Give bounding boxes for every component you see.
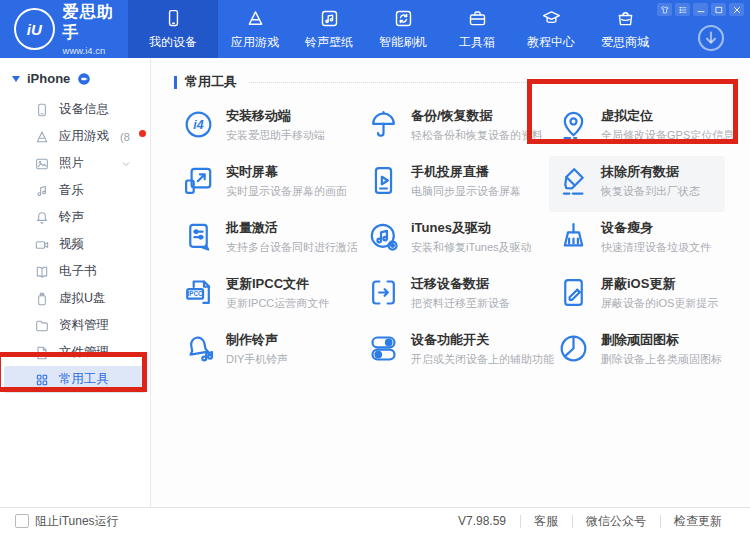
main-panel: 常用工具 i4安装移动端安装爱思助手移动端备份/恢复数据轻松备份和恢复设备的资料… — [151, 58, 750, 508]
tool-itunes-driver[interactable]: iTunes及驱动安装和修复iTunes及驱动 — [359, 212, 549, 268]
main-nav: 我的设备应用游戏铃声壁纸智能刷机工具箱教程中心爱思商城 — [128, 0, 662, 58]
tool-subtitle: 轻松备份和恢复设备的资料 — [411, 128, 543, 143]
maximize-button[interactable] — [711, 3, 726, 16]
status-link-customer-service[interactable]: 客服 — [520, 513, 572, 530]
sidebar-item-label: 资料管理 — [59, 317, 109, 334]
nav-item-smart-flash[interactable]: 智能刷机 — [366, 0, 440, 58]
theme-button[interactable] — [657, 3, 672, 16]
location-pin-icon — [557, 108, 590, 141]
sidebar-item-app-games[interactable]: 应用游戏(8 — [4, 123, 146, 150]
tool-virtual-location[interactable]: 虚拟定位全局修改设备GPS定位信息 — [549, 100, 725, 156]
tool-device-slim[interactable]: 设备瘦身快速清理设备垃圾文件 — [549, 212, 725, 268]
svg-text:i4: i4 — [193, 118, 203, 132]
tool-subtitle: 实时显示设备屏幕的画面 — [226, 184, 347, 199]
tool-title: 迁移设备数据 — [411, 275, 510, 292]
shop-bag-icon — [615, 8, 636, 29]
status-link-wechat-official[interactable]: 微信公众号 — [572, 513, 660, 530]
shirt-icon — [660, 5, 670, 15]
tool-install-mobile[interactable]: i4安装移动端安装爱思助手移动端 — [174, 100, 359, 156]
pie-circle-icon — [557, 332, 590, 365]
tool-live-screen[interactable]: 实时屏幕实时显示设备屏幕的画面 — [174, 156, 359, 212]
sidebar-device-header[interactable]: iPhone — [0, 58, 150, 92]
section-title: 常用工具 — [185, 73, 237, 91]
tool-remove-stubborn-icons[interactable]: 删除顽固图标删除设备上各类顽固图标 — [549, 324, 725, 380]
tool-backup-restore[interactable]: 备份/恢复数据轻松备份和恢复设备的资料 — [359, 100, 549, 156]
app-window: iU 爱思助手 www.i4.cn 我的设备应用游戏铃声壁纸智能刷机工具箱教程中… — [0, 0, 750, 534]
sidebar-item-label: 常用工具 — [59, 371, 109, 388]
checkbox-icon[interactable] — [15, 514, 29, 528]
tool-subtitle: 支持多台设备同时进行激活 — [226, 240, 358, 255]
app-a-icon — [34, 129, 50, 145]
sidebar-item-data-management[interactable]: 资料管理 — [4, 312, 146, 339]
nav-item-label: 应用游戏 — [231, 34, 279, 51]
block-update-icon — [557, 276, 590, 309]
top-header: iU 爱思助手 www.i4.cn 我的设备应用游戏铃声壁纸智能刷机工具箱教程中… — [0, 0, 750, 58]
close-button[interactable] — [729, 3, 744, 16]
tool-batch-activate[interactable]: 批量激活支持多台设备同时进行激活 — [174, 212, 359, 268]
sidebar-item-label: 音乐 — [59, 182, 84, 199]
minus-icon — [696, 5, 706, 15]
sidebar-item-ebooks[interactable]: 电子书 — [4, 258, 146, 285]
nav-item-label: 铃声壁纸 — [305, 34, 353, 51]
device-name: iPhone — [27, 71, 70, 86]
i4-logo-icon: iU — [14, 8, 55, 50]
nav-item-my-devices[interactable]: 我的设备 — [128, 0, 218, 58]
tool-title: 设备瘦身 — [601, 219, 711, 236]
sidebar-item-label: 设备信息 — [59, 101, 109, 118]
tool-subtitle: DIY手机铃声 — [226, 352, 288, 367]
sidebar-item-label: 虚拟U盘 — [59, 290, 106, 307]
sidebar: iPhone 设备信息应用游戏(8照片音乐铃声视频电子书虚拟U盘资料管理文件管理… — [0, 58, 151, 508]
tool-subtitle: 安装和修复iTunes及驱动 — [411, 240, 532, 255]
app-url: www.i4.cn — [63, 45, 128, 56]
version-text: V7.98.59 — [458, 514, 520, 528]
tool-subtitle: 电脑同步显示设备屏幕 — [411, 184, 521, 199]
nav-item-toolbox[interactable]: 工具箱 — [440, 0, 514, 58]
nav-item-label: 教程中心 — [527, 34, 575, 51]
tool-migrate-data[interactable]: 迁移设备数据把资料迁移至新设备 — [359, 268, 549, 324]
sidebar-item-music[interactable]: 音乐 — [4, 177, 146, 204]
grid-icon — [34, 372, 50, 388]
checkbox-label: 阻止iTunes运行 — [35, 513, 119, 530]
menu-button[interactable] — [675, 3, 690, 16]
tool-title: iTunes及驱动 — [411, 219, 532, 236]
bell-icon — [34, 210, 50, 226]
eraser-icon — [557, 164, 590, 197]
block-itunes-checkbox[interactable]: 阻止iTunes运行 — [0, 513, 119, 530]
tool-block-ios-update[interactable]: 屏蔽iOS更新屏蔽设备的iOS更新提示 — [549, 268, 725, 324]
broom-icon — [557, 220, 590, 253]
sidebar-item-videos[interactable]: 视频 — [4, 231, 146, 258]
nav-item-tutorial-center[interactable]: 教程中心 — [514, 0, 588, 58]
window-controls — [657, 3, 744, 16]
sidebar-item-file-management[interactable]: 文件管理 — [4, 339, 146, 366]
sidebar-item-label: 电子书 — [59, 263, 97, 280]
sidebar-item-photos[interactable]: 照片 — [4, 150, 146, 177]
toolbox-icon — [467, 8, 488, 29]
phone-icon — [163, 8, 184, 29]
tool-title: 设备功能开关 — [411, 331, 554, 348]
nav-item-i4-mall[interactable]: 爱思商城 — [588, 0, 662, 58]
tool-update-ipcc[interactable]: IPCC更新IPCC文件更新IPCC运营商文件 — [174, 268, 359, 324]
minimize-button[interactable] — [693, 3, 708, 16]
tool-subtitle: 恢复设备到出厂状态 — [601, 184, 700, 199]
nav-item-ringtones-wallpaper[interactable]: 铃声壁纸 — [292, 0, 366, 58]
tool-erase-all-data[interactable]: 抹除所有数据恢复设备到出厂状态 — [549, 156, 725, 212]
chevron-down-icon[interactable] — [120, 158, 132, 170]
sidebar-item-ringtones[interactable]: 铃声 — [4, 204, 146, 231]
collapse-arrow-icon — [12, 76, 20, 82]
tool-device-switches[interactable]: 设备功能开关开启或关闭设备上的辅助功能 — [359, 324, 549, 380]
sidebar-item-device-info[interactable]: 设备信息 — [4, 96, 146, 123]
sidebar-item-virtual-usb[interactable]: 虚拟U盘 — [4, 285, 146, 312]
umbrella-icon — [367, 108, 400, 141]
tool-title: 安装移动端 — [226, 107, 325, 124]
tools-grid: i4安装移动端安装爱思助手移动端备份/恢复数据轻松备份和恢复设备的资料虚拟定位全… — [174, 100, 736, 380]
sidebar-item-label: 视频 — [59, 236, 84, 253]
nav-item-app-games[interactable]: 应用游戏 — [218, 0, 292, 58]
sidebar-item-common-tools[interactable]: 常用工具 — [4, 366, 146, 393]
download-button[interactable] — [695, 22, 727, 54]
migrate-icon — [367, 276, 400, 309]
sidebar-item-label: 文件管理 — [59, 344, 109, 361]
tool-make-ringtone[interactable]: 制作铃声DIY手机铃声 — [174, 324, 359, 380]
status-link-check-update[interactable]: 检查更新 — [660, 513, 736, 530]
tool-screen-cast[interactable]: 手机投屏直播电脑同步显示设备屏幕 — [359, 156, 549, 212]
device-info-icon — [34, 102, 50, 118]
